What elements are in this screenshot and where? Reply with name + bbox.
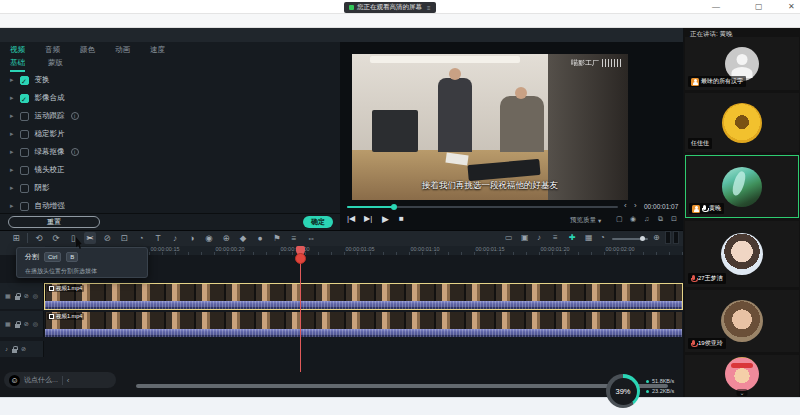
subtab-basic[interactable]: 基础 [10, 58, 25, 72]
playhead-marker[interactable] [295, 253, 306, 264]
video-clip-1[interactable]: 视频1.mp4 [45, 284, 682, 309]
play-button[interactable]: ▶ [382, 214, 389, 224]
tab-animation[interactable]: 动画 [115, 45, 130, 55]
expander-icon[interactable]: ▸ [10, 112, 14, 120]
tab-color[interactable]: 颜色 [80, 45, 95, 55]
reset-button[interactable]: 重置 [8, 216, 100, 228]
expand-icon[interactable]: ⇔ [305, 232, 317, 244]
audio-meter-icon[interactable]: ♫ [644, 215, 649, 222]
mixer-icon[interactable]: ≡ [553, 233, 558, 242]
step-back-button[interactable]: ‹ [624, 201, 627, 210]
render-icon[interactable]: ◔ [600, 233, 605, 242]
marker-grid-icon[interactable]: ▦ [585, 233, 593, 242]
collapse-chat-icon[interactable]: ‹ [67, 376, 70, 385]
speed-icon[interactable]: ◔ [135, 232, 147, 244]
expander-icon[interactable]: ▸ [10, 130, 14, 138]
zoom-slider-knob[interactable] [640, 236, 645, 241]
device-icon[interactable]: ▭ [505, 233, 513, 242]
meeting-close-button[interactable]: ✕ [788, 2, 795, 11]
expander-icon[interactable]: ▸ [10, 166, 14, 174]
next-frame-button[interactable]: ▶| [364, 214, 372, 223]
banner-menu-icon[interactable]: ≡ [427, 5, 431, 11]
tab-audio[interactable]: 音频 [45, 45, 60, 55]
redo-icon[interactable]: ⟳ [50, 232, 62, 244]
checkbox-compositing[interactable] [20, 94, 29, 103]
info-icon[interactable] [71, 112, 79, 120]
marker-icon[interactable]: ⚑ [271, 232, 283, 244]
media-panel-icon[interactable]: ⊞ [10, 232, 22, 244]
checkbox-transform[interactable] [20, 76, 29, 85]
timeline-horizontal-scrollbar[interactable] [136, 384, 668, 388]
prev-frame-button[interactable]: |◀ [347, 214, 355, 223]
keyframe-icon[interactable]: ◆ [237, 232, 249, 244]
meeting-maximize-button[interactable]: ▢ [755, 2, 763, 11]
preview-quality-dropdown[interactable]: 预览质量 ▾ [570, 216, 601, 225]
expander-icon[interactable]: ▸ [10, 148, 14, 156]
tab-speed[interactable]: 速度 [150, 45, 165, 55]
meeting-minimize-button[interactable]: — [712, 2, 720, 11]
split-icon[interactable]: ✂ [84, 232, 96, 244]
participant-tile-3-active-speaker[interactable]: 黄晚 [685, 155, 799, 218]
checkbox-motion-tracking[interactable] [20, 112, 29, 121]
checkbox-chroma-key[interactable] [20, 148, 29, 157]
expander-icon[interactable]: ▸ [10, 184, 14, 192]
preview-video[interactable]: 喵影工厂 接着我们再挑选一段祝福他的好基友 [352, 54, 628, 200]
subtab-mask[interactable]: 蒙版 [48, 58, 63, 68]
participant-label: 27王梦洁 [688, 273, 726, 284]
visibility-icon[interactable]: ◎ [33, 293, 38, 299]
participant-tile-5[interactable]: 19侯亚玲 [685, 290, 799, 352]
lock-icon[interactable] [15, 296, 20, 300]
expander-icon[interactable]: ▸ [10, 76, 14, 84]
view-toggle-icon[interactable] [673, 231, 679, 244]
confirm-button[interactable]: 确定 [303, 216, 333, 228]
snapshot-icon[interactable]: ◉ [630, 215, 636, 223]
checkbox-stabilize[interactable] [20, 130, 29, 139]
track-target-icon[interactable]: ✚ [569, 233, 576, 242]
progress-knob[interactable] [391, 204, 397, 210]
adjust-icon[interactable]: ≡ [288, 232, 300, 244]
visibility-icon[interactable]: ◎ [33, 321, 38, 327]
fullscreen-icon[interactable]: ⊡ [671, 215, 677, 223]
info-icon[interactable] [71, 148, 79, 156]
participant-tile-6[interactable]: ⌄ [685, 355, 799, 397]
checkbox-auto-enhance[interactable] [20, 202, 29, 211]
audio-icon[interactable]: ♪ [169, 232, 181, 244]
participant-tile-1[interactable]: 最味的所有汉字 [685, 37, 799, 90]
watermark: 喵影工厂 [571, 58, 622, 68]
network-quality-badge[interactable]: 39% [606, 374, 640, 408]
step-forward-button[interactable]: › [634, 201, 637, 210]
voiceover-icon[interactable]: ♪ [537, 233, 541, 242]
lock-icon[interactable] [12, 349, 17, 353]
clip-name: 视频1.mp4 [56, 285, 82, 292]
fit-timeline-icon[interactable]: ⊕ [653, 233, 660, 242]
record-icon[interactable]: ● [254, 232, 266, 244]
preview-progress-bar[interactable] [347, 206, 618, 208]
screen-share-icon [691, 78, 699, 86]
snapshot-icon[interactable]: ▣ [521, 233, 529, 242]
undo-icon[interactable]: ⟲ [33, 232, 45, 244]
mute-icon[interactable]: ⊘ [24, 321, 29, 327]
chat-quick-input[interactable]: ☺ 说点什么... ‹ [4, 372, 116, 388]
participant-tile-2[interactable]: 任佳佳 [685, 93, 799, 152]
video-clip-2[interactable]: 视频1.mp4 [45, 312, 682, 337]
view-toggle-icon[interactable] [665, 231, 671, 244]
expander-icon[interactable]: ▸ [10, 202, 14, 210]
display-icon[interactable]: ▢ [616, 215, 623, 223]
expander-icon[interactable]: ▸ [10, 94, 14, 102]
text-icon[interactable]: T [152, 232, 164, 244]
trim-icon[interactable]: ⊘ [101, 232, 113, 244]
stop-button[interactable]: ■ [399, 214, 404, 223]
motion-track-icon[interactable]: ⊕ [220, 232, 232, 244]
chroma-key-icon[interactable]: ◉ [203, 232, 215, 244]
mute-icon[interactable]: ⊘ [24, 293, 29, 299]
collapse-list-icon[interactable]: ⌄ [736, 389, 747, 396]
detach-icon[interactable]: ⧉ [658, 215, 663, 223]
crop-icon[interactable]: ⊡ [118, 232, 130, 244]
checkbox-lens-correction[interactable] [20, 166, 29, 175]
color-icon[interactable]: ◑ [186, 232, 198, 244]
tab-video[interactable]: 视频 [10, 45, 25, 55]
participant-tile-4[interactable]: 27王梦洁 [685, 221, 799, 287]
mute-icon[interactable]: ⊘ [21, 346, 26, 352]
lock-icon[interactable] [15, 324, 20, 328]
checkbox-shadow[interactable] [20, 184, 29, 193]
